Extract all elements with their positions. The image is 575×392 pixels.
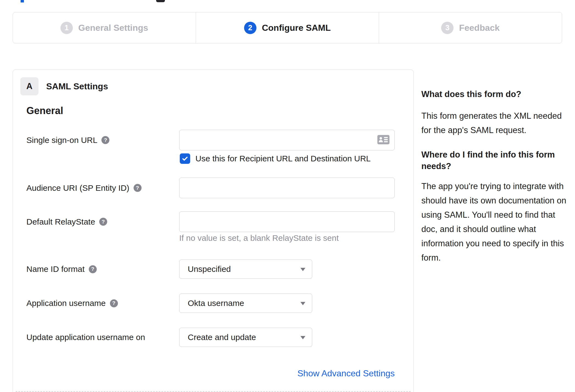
update-username-label: Update application username on — [26, 333, 145, 342]
relaystate-label: Default RelayState — [26, 217, 95, 227]
audience-uri-input[interactable] — [179, 178, 395, 198]
next-section-divider — [16, 391, 411, 392]
step-1-number: 1 — [60, 22, 73, 34]
step-1-label: General Settings — [78, 23, 148, 33]
sso-url-input[interactable] — [179, 130, 395, 150]
app-username-dropdown-value: Okta username — [188, 299, 244, 308]
step-3-number: 3 — [441, 22, 454, 34]
step-configure-saml[interactable]: 2 Configure SAML — [196, 12, 379, 43]
audience-uri-help-icon[interactable]: ? — [134, 184, 142, 192]
caret-down-icon — [300, 336, 305, 339]
app-username-dropdown[interactable]: Okta username — [179, 294, 312, 313]
step-2-number: 2 — [244, 22, 256, 34]
sidebar-answer-2: The app you're trying to integrate with … — [421, 179, 570, 265]
sidebar-question-1: What does this form do? — [421, 89, 570, 100]
sidebar-question-2: Where do I find the info this form needs… — [421, 149, 570, 172]
nameid-dropdown[interactable]: Unspecified — [179, 260, 312, 279]
caret-down-icon — [300, 302, 305, 305]
nameid-label-row: Name ID format ? — [26, 260, 97, 279]
app-username-label: Application username — [26, 299, 106, 308]
update-username-dropdown-value: Create and update — [188, 333, 256, 342]
caret-down-icon — [300, 268, 305, 271]
configure-saml-page: { "colors": { "accent_blue": "#1662dd", … — [0, 0, 575, 392]
update-username-dropdown[interactable]: Create and update — [179, 328, 312, 347]
audience-uri-label-row: Audience URI (SP Entity ID) ? — [26, 178, 142, 198]
saml-settings-panel: A SAML Settings General Single sign-on U… — [13, 70, 414, 392]
panel-title: SAML Settings — [46, 77, 108, 95]
wizard-stepper: 1 General Settings 2 Configure SAML 3 Fe… — [13, 12, 562, 43]
audience-uri-label: Audience URI (SP Entity ID) — [26, 183, 129, 193]
app-username-label-row: Application username ? — [26, 294, 118, 313]
sidebar-answer-1: This form generates the XML needed for t… — [421, 109, 570, 137]
step-2-label: Configure SAML — [262, 23, 331, 33]
relaystate-input[interactable] — [179, 211, 395, 232]
help-sidebar: What does this form do? This form genera… — [421, 89, 570, 265]
step-3-label: Feedback — [459, 23, 500, 33]
relaystate-help-icon[interactable]: ? — [99, 218, 107, 226]
nameid-label: Name ID format — [26, 264, 85, 274]
step-feedback[interactable]: 3 Feedback — [379, 12, 562, 43]
step-general-settings[interactable]: 1 General Settings — [13, 12, 196, 43]
nameid-help-icon[interactable]: ? — [89, 265, 97, 273]
sso-url-help-icon[interactable]: ? — [101, 136, 109, 144]
relaystate-label-row: Default RelayState ? — [26, 211, 107, 232]
cutoff-tab-indicator — [21, 0, 24, 2]
sso-url-label-row: Single sign-on URL ? — [26, 130, 109, 150]
sso-url-label: Single sign-on URL — [26, 136, 97, 145]
sso-url-input-wrap — [179, 130, 395, 150]
checkmark-icon — [181, 155, 189, 162]
update-username-label-row: Update application username on — [26, 328, 145, 347]
nameid-dropdown-value: Unspecified — [188, 264, 231, 274]
recipient-url-checkbox[interactable] — [180, 153, 190, 164]
cutoff-tooltip-fragment — [156, 0, 165, 2]
app-username-help-icon[interactable]: ? — [110, 299, 118, 307]
show-advanced-settings-link[interactable]: Show Advanced Settings — [179, 368, 395, 379]
section-a-badge: A — [20, 77, 38, 95]
recipient-url-checkbox-label: Use this for Recipient URL and Destinati… — [195, 153, 371, 164]
general-section-title: General — [26, 105, 63, 117]
relaystate-hint: If no value is set, a blank RelayState i… — [179, 233, 339, 243]
